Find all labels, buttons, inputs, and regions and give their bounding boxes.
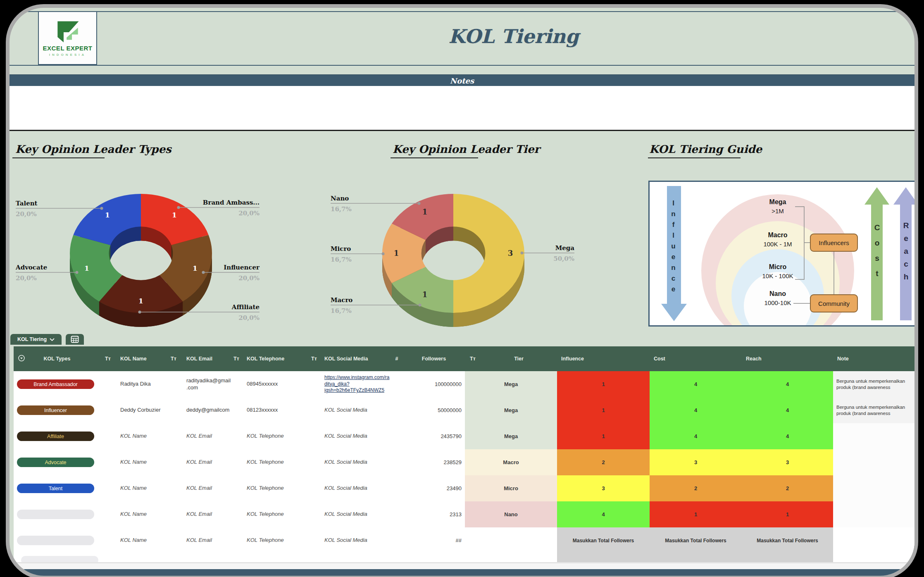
col-header-tr-4[interactable]: Tᴛ: [309, 346, 319, 371]
reach-cell[interactable]: 1: [742, 501, 833, 527]
tr-cell[interactable]: [100, 449, 115, 475]
followers-cell[interactable]: 2435790: [403, 423, 465, 449]
kol-type-pill[interactable]: Talent: [17, 484, 94, 493]
col-header-kol-telephone[interactable]: KOL Telephone: [242, 346, 309, 371]
tr-cell[interactable]: [100, 475, 115, 501]
influence-cell[interactable]: 3: [557, 475, 650, 501]
kol-telephone-cell[interactable]: KOL Telephone: [242, 423, 309, 449]
kol-email-cell[interactable]: KOL Email: [181, 527, 231, 553]
reach-cell[interactable]: 4: [742, 423, 833, 449]
col-header-tr-1[interactable]: Tᴛ: [100, 346, 115, 371]
col-header-tr-5[interactable]: Tᴛ: [465, 346, 481, 371]
tr-cell[interactable]: [309, 475, 319, 501]
tier-cell[interactable]: Mega: [465, 371, 557, 397]
influence-cell[interactable]: 2: [557, 449, 650, 475]
kol-email-cell[interactable]: deddy@gmailcom: [181, 397, 231, 423]
followers-cell[interactable]: 23490: [403, 475, 465, 501]
kol-email-cell[interactable]: KOL Email: [181, 423, 231, 449]
tr-cell[interactable]: [166, 371, 181, 397]
tier-cell[interactable]: Macro: [465, 449, 557, 475]
cost-cell[interactable]: 3: [650, 449, 742, 475]
kol-type-pill[interactable]: Affiliate: [17, 432, 94, 441]
note-cell[interactable]: Berguna untuk memperkenalkan produk (bra…: [833, 371, 918, 397]
cost-cell[interactable]: 4: [650, 423, 742, 449]
col-header-kol-name[interactable]: KOL Name: [115, 346, 166, 371]
col-header-kol-social-media[interactable]: KOL Social Media: [319, 346, 391, 371]
kol-social-cell[interactable]: KOL Social Media: [319, 423, 391, 449]
reach-cell[interactable]: 3: [742, 449, 833, 475]
kol-name-cell[interactable]: Raditya Dika: [115, 371, 166, 397]
tr-cell[interactable]: [309, 397, 319, 423]
sheet-tab-kol-tiering[interactable]: KOL Tiering: [10, 334, 62, 345]
tr-cell[interactable]: [100, 527, 115, 553]
col-header-kol-email[interactable]: KOL Email: [181, 346, 231, 371]
kol-telephone-cell[interactable]: KOL Telephone: [242, 527, 309, 553]
tier-cell[interactable]: Mega: [465, 423, 557, 449]
followers-cell[interactable]: 50000000: [403, 397, 465, 423]
col-header-hash[interactable]: #: [391, 346, 403, 371]
followers-cell[interactable]: 238529: [403, 449, 465, 475]
hash-cell[interactable]: [391, 475, 403, 501]
col-header-followers[interactable]: Followers: [403, 346, 465, 371]
kol-social-cell[interactable]: KOL Social Media: [319, 397, 391, 423]
tr-cell[interactable]: [100, 371, 115, 397]
kol-name-cell[interactable]: KOL Name: [115, 475, 166, 501]
kol-type-pill[interactable]: Brand Ambassador: [17, 379, 94, 389]
influence-cell[interactable]: 1: [557, 397, 650, 423]
influence-cell[interactable]: 4: [557, 501, 650, 527]
tr-cell[interactable]: [231, 449, 242, 475]
kol-telephone-cell[interactable]: KOL Telephone: [242, 501, 309, 527]
kol-email-cell[interactable]: radityadika@gmail.com: [181, 371, 231, 397]
tr-cell[interactable]: [309, 501, 319, 527]
col-header-kol-types[interactable]: KOL Types: [14, 346, 100, 371]
followers-cell[interactable]: 2313: [403, 501, 465, 527]
col-header-cost[interactable]: Cost: [650, 346, 742, 371]
tr-cell[interactable]: [166, 449, 181, 475]
table-view-tab[interactable]: [66, 334, 84, 345]
followers-cell[interactable]: ##: [403, 527, 465, 553]
tier-cell[interactable]: Nano: [465, 501, 557, 527]
reach-total-cell[interactable]: Masukkan Total Followers: [742, 527, 833, 553]
reach-cell[interactable]: 2: [742, 475, 833, 501]
note-cell[interactable]: [833, 475, 918, 501]
influence-total-cell[interactable]: Masukkan Total Followers: [557, 527, 650, 553]
tr-cell[interactable]: [231, 527, 242, 553]
kol-name-cell[interactable]: Deddy Corbuzier: [115, 397, 166, 423]
tier-cell[interactable]: [465, 527, 557, 553]
kol-telephone-cell[interactable]: KOL Telephone: [242, 475, 309, 501]
kol-name-cell[interactable]: KOL Name: [115, 449, 166, 475]
influence-cell[interactable]: 1: [557, 371, 650, 397]
tr-cell[interactable]: [309, 371, 319, 397]
kol-type-pill[interactable]: [17, 536, 94, 545]
col-header-note[interactable]: Note: [833, 346, 918, 371]
hash-cell[interactable]: [391, 449, 403, 475]
influence-cell[interactable]: 1: [557, 423, 650, 449]
tr-cell[interactable]: [231, 397, 242, 423]
tr-cell[interactable]: [231, 475, 242, 501]
tr-cell[interactable]: [309, 449, 319, 475]
kol-social-cell[interactable]: KOL Social Media: [319, 527, 391, 553]
note-cell[interactable]: [833, 527, 918, 553]
col-header-influence[interactable]: Influence: [557, 346, 650, 371]
note-cell[interactable]: [833, 449, 918, 475]
hash-cell[interactable]: [391, 501, 403, 527]
hash-cell[interactable]: [391, 397, 403, 423]
kol-social-cell[interactable]: KOL Social Media: [319, 475, 391, 501]
col-header-tier[interactable]: Tier: [481, 346, 557, 371]
kol-telephone-cell[interactable]: 08123xxxxxx: [242, 397, 309, 423]
tr-cell[interactable]: [309, 423, 319, 449]
kol-name-cell[interactable]: KOL Name: [115, 527, 166, 553]
kol-telephone-cell[interactable]: 08945xxxxxx: [242, 371, 309, 397]
tr-cell[interactable]: [231, 371, 242, 397]
kol-name-cell[interactable]: KOL Name: [115, 423, 166, 449]
hash-cell[interactable]: [391, 371, 403, 397]
kol-email-cell[interactable]: KOL Email: [181, 449, 231, 475]
cost-cell[interactable]: 1: [650, 501, 742, 527]
reach-cell[interactable]: 4: [742, 371, 833, 397]
tr-cell[interactable]: [309, 527, 319, 553]
kol-type-pill[interactable]: Influencer: [17, 405, 94, 415]
instagram-link[interactable]: https://www.instagram.com/raditya_dika?i…: [324, 374, 391, 394]
reach-cell[interactable]: 4: [742, 397, 833, 423]
note-cell[interactable]: Berguna untuk memperkenalkan produk (bra…: [833, 397, 918, 423]
note-cell[interactable]: [833, 501, 918, 527]
